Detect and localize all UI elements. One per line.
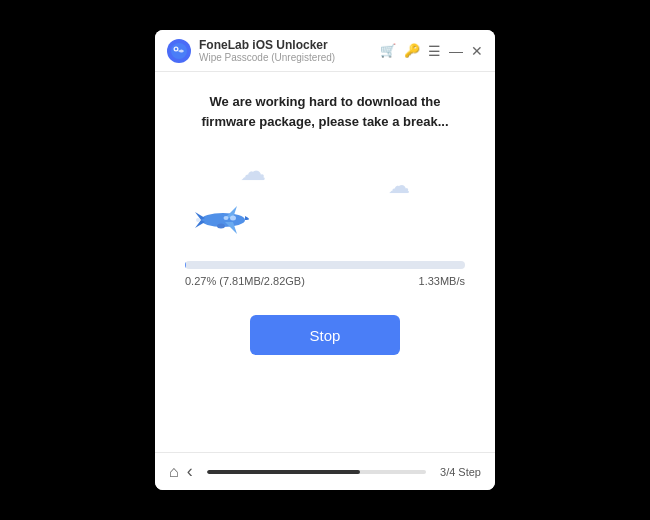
- progress-info: 0.27% (7.81MB/2.82GB) 1.33MB/s: [185, 275, 465, 287]
- svg-point-4: [230, 216, 236, 221]
- svg-point-7: [196, 218, 200, 222]
- stop-button[interactable]: Stop: [250, 315, 400, 355]
- cloud-icon-1: ☁: [240, 156, 266, 187]
- cart-icon[interactable]: 🛒: [380, 44, 396, 57]
- footer: ⌂ ‹ 3/4 Step: [155, 452, 495, 490]
- plane-icon: [195, 202, 250, 241]
- minimize-button[interactable]: —: [449, 44, 463, 58]
- svg-point-5: [224, 216, 229, 220]
- key-icon[interactable]: 🔑: [404, 44, 420, 57]
- home-icon[interactable]: ⌂: [169, 463, 179, 481]
- back-button[interactable]: ‹: [187, 461, 193, 482]
- progress-container: 0.27% (7.81MB/2.82GB) 1.33MB/s: [185, 261, 465, 287]
- app-window: FoneLab iOS Unlocker Wipe Passcode (Unre…: [155, 30, 495, 490]
- main-content: We are working hard to download the firm…: [155, 72, 495, 452]
- menu-icon[interactable]: ☰: [428, 44, 441, 58]
- app-logo: [167, 39, 191, 63]
- close-button[interactable]: ✕: [471, 44, 483, 58]
- window-controls: 🛒 🔑 ☰ — ✕: [380, 44, 483, 58]
- title-text: FoneLab iOS Unlocker Wipe Passcode (Unre…: [199, 38, 380, 63]
- step-label: 3/4 Step: [440, 466, 481, 478]
- speed-label: 1.33MB/s: [419, 275, 465, 287]
- title-bar: FoneLab iOS Unlocker Wipe Passcode (Unre…: [155, 30, 495, 72]
- progress-track: [185, 261, 465, 269]
- app-subtitle: Wipe Passcode (Unregistered): [199, 52, 380, 63]
- animation-area: ☁ ☁: [185, 151, 465, 251]
- cloud-icon-2: ☁: [388, 173, 410, 199]
- status-message: We are working hard to download the firm…: [201, 92, 448, 131]
- progress-label: 0.27% (7.81MB/2.82GB): [185, 275, 305, 287]
- app-name: FoneLab iOS Unlocker: [199, 38, 380, 52]
- footer-progress-bar: [207, 470, 426, 474]
- footer-progress-fill: [207, 470, 361, 474]
- svg-point-2: [175, 47, 177, 49]
- progress-fill: [185, 261, 186, 269]
- svg-point-6: [217, 224, 225, 229]
